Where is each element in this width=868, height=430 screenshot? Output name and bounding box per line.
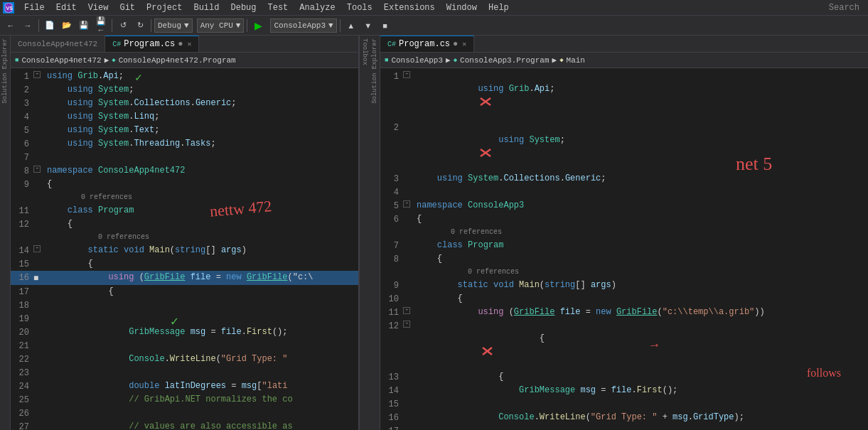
left-tab-bar: ConsoleApp4net472 C# Program.cs ● ✕ xyxy=(11,36,358,53)
left-tab-project[interactable]: ConsoleApp4net472 xyxy=(11,36,105,52)
left-breadcrumb: ■ ConsoleApp4net472 ▶ ◆ ConsoleApp4net47… xyxy=(11,53,358,68)
toolbar-saveall-btn[interactable]: 💾← xyxy=(93,18,109,33)
left-line-24: 24 double latInDegrees = msg["lati xyxy=(11,380,358,393)
right-tab-close[interactable]: ✕ xyxy=(462,40,466,48)
right-solution-explorer-panel: Solution Explorer xyxy=(370,36,380,430)
right-file-modified: ● xyxy=(453,39,458,49)
left-line-23: 23 xyxy=(11,366,358,380)
left-line-11: 11 class Program xyxy=(11,204,358,217)
collapse-14[interactable]: ⁃ xyxy=(33,245,41,252)
left-line-14: 14⁃ static void Main(string[] args) xyxy=(11,244,358,257)
left-file-icon: C# xyxy=(112,41,121,48)
toolbar-sep-5 xyxy=(340,19,341,32)
right-breadcrumb-icon: ■ xyxy=(385,57,388,64)
right-breadcrumb-method: Main xyxy=(567,56,585,65)
right-breadcrumb-project: ConsoleApp3 xyxy=(391,56,443,65)
right-code-area[interactable]: net 5 → follows 1⁃ using Grib.Api; xyxy=(380,68,868,430)
menu-file[interactable]: File xyxy=(18,1,50,14)
toolbar-redo-btn[interactable]: ↻ xyxy=(132,18,148,33)
left-line-10-ref: 0 references xyxy=(11,191,358,204)
left-line-17: 17 { xyxy=(11,285,358,299)
solution-explorer-label: Solution Explorer xyxy=(0,36,10,107)
toolbar-open-btn[interactable]: 📂 xyxy=(59,18,75,33)
svg-text:VS: VS xyxy=(6,6,14,11)
menu-edit[interactable]: Edit xyxy=(50,1,82,14)
right-solution-explorer-label: Solution Explorer xyxy=(370,36,380,107)
right-xmark-2 xyxy=(478,146,495,159)
right-collapse-11[interactable]: ⁃ xyxy=(403,307,410,314)
left-line-4: 4 using System.Linq; xyxy=(11,110,358,124)
right-line-6-ref: 0 references xyxy=(380,226,868,239)
right-breadcrumb: ■ ConsoleApp3 ▶ ◆ ConsoleApp3.Program ▶ … xyxy=(380,53,868,68)
menu-project[interactable]: Project xyxy=(141,1,188,14)
left-tab-close[interactable]: ✕ xyxy=(187,40,191,48)
left-code-area[interactable]: nettw 472 ✓ ✓ 1⁃ using Grib.Api; 2 using… xyxy=(11,68,358,430)
toolbar-extra1[interactable]: ▲ xyxy=(343,18,359,33)
toolbar-sep-1 xyxy=(38,19,39,32)
right-tab-bar: C# Program.cs ● ✕ xyxy=(380,36,868,53)
right-line-3: 3 using System.Collections.Generic; xyxy=(380,172,868,186)
right-line-8-ref: 0 references xyxy=(380,266,868,279)
right-xmark-12 xyxy=(481,345,496,357)
right-breadcrumb-class-icon: ◆ xyxy=(454,56,457,64)
menu-window[interactable]: Window xyxy=(441,1,483,14)
left-file-tab-label: Program.cs xyxy=(124,39,175,49)
menu-tools[interactable]: Tools xyxy=(341,1,378,14)
menu-analyze[interactable]: Analyze xyxy=(294,1,341,14)
left-code-table: 1⁃ using Grib.Api; 2 using System; 3 usi… xyxy=(11,68,358,430)
left-line-13-ref: 0 references xyxy=(11,231,358,244)
menu-debug[interactable]: Debug xyxy=(225,1,262,14)
right-line-2: 2 using System; xyxy=(380,121,868,172)
toolbar-save-btn[interactable]: 💾 xyxy=(76,18,92,33)
right-line-17: 17 xyxy=(380,424,868,430)
platform-dropdown[interactable]: Any CPU ▼ xyxy=(197,18,245,33)
left-line-6: 6 using System.Threading.Tasks; xyxy=(11,137,358,151)
right-line-1: 1⁃ using Grib.Api; xyxy=(380,70,868,121)
left-line-2: 2 using System; xyxy=(11,83,358,97)
toolbar-undo-btn[interactable]: ↺ xyxy=(115,18,131,33)
left-solution-explorer-panel: Solution Explorer xyxy=(0,36,11,430)
right-file-icon: C# xyxy=(387,41,396,48)
menu-help[interactable]: Help xyxy=(483,1,515,14)
collapse-1[interactable]: ⁃ xyxy=(33,71,41,78)
right-collapse-1[interactable]: ⁃ xyxy=(403,71,410,78)
left-tab-project-label: ConsoleApp4net472 xyxy=(18,40,97,48)
right-tab-file[interactable]: C# Program.cs ● ✕ xyxy=(380,36,474,52)
right-line-8: 8 { xyxy=(380,252,868,266)
left-line-19: 19 xyxy=(11,312,358,326)
toolbar-forward-btn[interactable]: → xyxy=(20,18,36,33)
right-line-6: 6 { xyxy=(380,213,868,226)
toolbar-extra2[interactable]: ▼ xyxy=(360,18,376,33)
menu-git[interactable]: Git xyxy=(114,1,141,14)
right-file-tab-label: Program.cs xyxy=(399,39,450,49)
right-line-9: 9 static void Main(string[] args) xyxy=(380,279,868,292)
toolbar-new-btn[interactable]: 📄 xyxy=(42,18,58,33)
collapse-8[interactable]: ⁃ xyxy=(33,166,41,173)
right-collapse-5[interactable]: ⁃ xyxy=(403,200,410,208)
menu-build[interactable]: Build xyxy=(188,1,225,14)
left-line-3: 3 using System.Collections.Generic; xyxy=(11,97,358,110)
left-file-modified: ● xyxy=(178,39,183,49)
left-line-20: 20 GribMessage msg = file.First(); xyxy=(11,326,358,339)
right-collapse-12[interactable]: ⁃ xyxy=(403,321,410,328)
right-line-16: 16 Console.WriteLine("Grid Type: " + msg… xyxy=(380,411,868,424)
left-line-7: 7 xyxy=(11,151,358,164)
right-line-13: 13 { xyxy=(380,370,868,384)
left-breadcrumb-project-icon: ■ xyxy=(15,57,18,64)
menu-test[interactable]: Test xyxy=(262,1,294,14)
right-line-10: 10 { xyxy=(380,292,868,306)
left-tab-file[interactable]: C# Program.cs ● ✕ xyxy=(105,36,199,52)
left-line-26: 26 xyxy=(11,407,358,420)
app-name-dropdown[interactable]: ConsoleApp3 ▼ xyxy=(270,18,336,33)
debug-config-dropdown[interactable]: Debug ▼ xyxy=(154,18,193,33)
menu-view[interactable]: View xyxy=(82,1,114,14)
left-line-5: 5 using System.Text; xyxy=(11,124,358,137)
left-editor-pane: ConsoleApp4net472 C# Program.cs ● ✕ ■ Co… xyxy=(11,36,359,430)
start-btn[interactable]: ▶ xyxy=(250,18,266,33)
toolbar-back-btn[interactable]: ← xyxy=(3,18,18,33)
main-layout: Solution Explorer ConsoleApp4net472 C# P… xyxy=(0,36,868,430)
toolbar-extra3[interactable]: ■ xyxy=(377,18,393,33)
left-breadcrumb-class-icon: ◆ xyxy=(112,56,115,64)
menu-extensions[interactable]: Extensions xyxy=(378,1,441,14)
right-xmark-1 xyxy=(478,95,495,108)
